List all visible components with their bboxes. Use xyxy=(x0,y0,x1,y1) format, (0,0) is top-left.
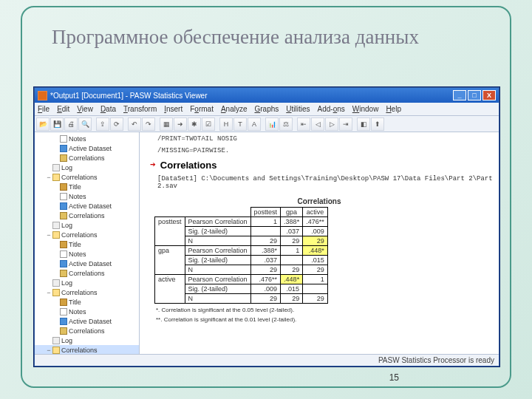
chart-icon[interactable]: 📊 xyxy=(265,117,279,131)
export-icon[interactable]: ⇪ xyxy=(96,117,109,131)
tree-twisty-icon[interactable]: − xyxy=(45,289,52,296)
corr-icon xyxy=(60,154,67,162)
menu-utilities[interactable]: Utilities xyxy=(286,105,310,113)
tree-twisty-icon[interactable]: − xyxy=(45,174,52,181)
insert-title-icon[interactable]: T xyxy=(233,117,247,131)
menu-analyze[interactable]: Analyze xyxy=(221,105,248,113)
open-icon[interactable]: 📂 xyxy=(36,117,50,131)
close-button[interactable]: X xyxy=(482,90,496,100)
slide-title: Программное обеспечение анализа данных xyxy=(52,25,419,50)
cell-value: .015 xyxy=(303,256,328,265)
outline-label: Correlations xyxy=(69,154,105,162)
cell-value xyxy=(281,256,303,265)
outline-item[interactable]: Correlations xyxy=(35,326,139,335)
tree-next-icon[interactable]: ▷ xyxy=(325,117,338,131)
menu-addons[interactable]: Add-ons xyxy=(318,105,345,113)
stat-label: N xyxy=(185,294,250,304)
footnote-01: **. Correlation is significant at the 0.… xyxy=(156,316,493,323)
outline-item[interactable]: Correlations xyxy=(35,153,139,163)
tree-twisty-icon[interactable]: − xyxy=(45,347,52,354)
outline-item[interactable]: Title xyxy=(35,239,139,249)
correlations-table[interactable]: posttestgpaactiveposttestPearson Correla… xyxy=(154,207,328,304)
outline-item[interactable]: Active Dataset xyxy=(35,143,139,153)
insert-head-icon[interactable]: H xyxy=(219,117,233,131)
outline-label: Active Dataset xyxy=(69,318,112,325)
footnote-05: *. Correlation is significant at the 0.0… xyxy=(156,307,493,313)
menu-transform[interactable]: Transform xyxy=(123,105,157,113)
menu-view[interactable]: View xyxy=(77,105,93,113)
save-icon[interactable]: 💾 xyxy=(50,117,64,131)
outline-item[interactable]: Log xyxy=(35,220,139,230)
heading-icon xyxy=(52,231,60,239)
outline-item[interactable]: Notes xyxy=(35,249,139,259)
stat-label: Pearson Correlation xyxy=(185,275,250,284)
output-content-pane[interactable]: /PRINT=TWOTAIL NOSIG /MISSING=PAIRWISE. … xyxy=(140,132,499,354)
goto-data-icon[interactable]: ▦ xyxy=(160,117,173,131)
outline-item[interactable]: Title xyxy=(35,182,139,191)
outline-item[interactable]: Notes xyxy=(35,307,139,316)
outline-item[interactable]: −Correlations xyxy=(35,345,139,354)
recall-icon[interactable]: ⟳ xyxy=(110,117,123,131)
outline-item[interactable]: Log xyxy=(35,163,139,172)
tree-prev-icon[interactable]: ◁ xyxy=(311,117,324,131)
outline-item[interactable]: −Correlations xyxy=(35,287,139,297)
menu-format[interactable]: Format xyxy=(190,105,214,113)
menu-graphs[interactable]: Graphs xyxy=(254,105,279,113)
cell-value: 29 xyxy=(281,294,303,304)
outline-item[interactable]: −Correlations xyxy=(35,172,139,182)
window-title: *Output1 [Document1] - PASW Statistics V… xyxy=(50,92,208,100)
titlebar[interactable]: *Output1 [Document1] - PASW Statistics V… xyxy=(35,88,499,103)
insert-text-icon[interactable]: A xyxy=(248,117,261,131)
outline-item[interactable]: −Correlations xyxy=(35,230,139,239)
select-icon[interactable]: ☑ xyxy=(202,117,215,131)
weight-icon[interactable]: ⚖ xyxy=(279,117,293,131)
cell-value: 29 xyxy=(250,236,281,246)
ds-icon xyxy=(60,318,67,325)
row-var: gpa xyxy=(155,246,185,275)
outline-item[interactable]: Correlations xyxy=(35,268,139,278)
menu-edit[interactable]: Edit xyxy=(57,105,69,113)
promote-icon[interactable]: ⬆ xyxy=(371,117,384,131)
tree-twisty-icon[interactable]: − xyxy=(45,231,52,239)
outline-label: Correlations xyxy=(61,347,98,354)
outline-item[interactable]: Active Dataset xyxy=(35,201,139,211)
outline-item[interactable]: Active Dataset xyxy=(35,316,139,326)
outline-pane[interactable]: NotesActive DatasetCorrelationsLog−Corre… xyxy=(35,132,140,354)
note-icon xyxy=(60,135,67,143)
outline-label: Correlations xyxy=(61,231,98,239)
outline-label: Log xyxy=(61,222,72,229)
cell-value: 29 xyxy=(281,265,303,275)
outline-item[interactable]: Correlations xyxy=(35,211,139,220)
redo-icon[interactable]: ↷ xyxy=(142,117,155,131)
variables-icon[interactable]: ✱ xyxy=(188,117,201,131)
tree-last-icon[interactable]: ⇥ xyxy=(339,117,352,131)
cell-value: 29 xyxy=(250,265,281,275)
minimize-button[interactable]: _ xyxy=(453,90,466,100)
menu-data[interactable]: Data xyxy=(100,105,116,113)
log-icon xyxy=(52,337,60,344)
outline-item[interactable]: Log xyxy=(35,278,139,287)
outline-item[interactable]: Active Dataset xyxy=(35,259,139,268)
preview-icon[interactable]: 🔍 xyxy=(78,117,92,131)
maximize-button[interactable]: □ xyxy=(468,90,481,100)
outline-item[interactable]: Title xyxy=(35,297,139,307)
cell-value: .009 xyxy=(250,284,281,294)
outline-label: Correlations xyxy=(69,270,105,277)
menu-window[interactable]: Window xyxy=(352,105,379,113)
stat-label: N xyxy=(185,236,250,246)
cell-value: .015 xyxy=(281,284,303,294)
undo-icon[interactable]: ↶ xyxy=(128,117,141,131)
cell-value: .388* xyxy=(250,246,281,256)
designate-window-icon[interactable]: ◧ xyxy=(357,117,370,131)
menu-insert[interactable]: Insert xyxy=(164,105,183,113)
tree-first-icon[interactable]: ⇤ xyxy=(297,117,310,131)
outline-item[interactable]: Notes xyxy=(35,191,139,201)
outline-item[interactable]: Log xyxy=(35,335,139,345)
outline-item[interactable]: Notes xyxy=(35,134,139,143)
stat-label: Sig. (2-tailed) xyxy=(185,284,250,294)
print-icon[interactable]: 🖨 xyxy=(64,117,78,131)
menu-help[interactable]: Help xyxy=(386,105,401,113)
goto-case-icon[interactable]: ➜ xyxy=(174,117,187,131)
menu-file[interactable]: File xyxy=(38,105,50,113)
cell-value: .037 xyxy=(281,227,303,236)
